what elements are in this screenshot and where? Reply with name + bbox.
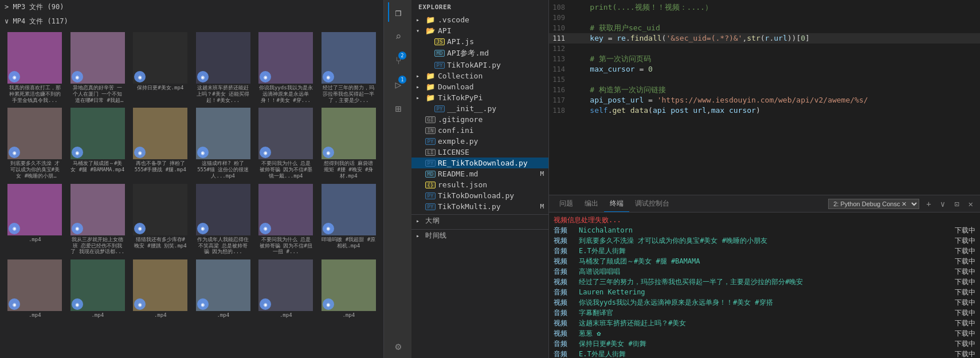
file-type-icon: ◉ — [260, 223, 271, 234]
code-line: 111 key = re.findall('&sec_uid=(.*?)&',s… — [549, 33, 980, 44]
explorer-item-download[interactable]: ▸📁Download — [411, 81, 548, 92]
list-item[interactable]: ◉想得到我的话 麻袋谱规矩 #腰 #晚安 #身材.mp4 — [319, 107, 379, 180]
file-thumbnail: ◉ — [70, 108, 125, 159]
explorer-item-license[interactable]: LILICENSE — [411, 147, 548, 158]
file-group-mp4[interactable]: ∨ MP4 文件 (117) — [0, 14, 383, 29]
file-label: .mp4 — [280, 312, 292, 318]
terminal-area: 问题编出终端调试控制台2: Python Debug Consc ✕+∨⊡✕ 视… — [549, 195, 980, 358]
list-item[interactable]: ◉再也不备孕了 摔粉了555#手腰战 #腿.mp4 — [130, 107, 191, 180]
list-item[interactable]: ◉这趟末班车挤挤还能赶上吗？#美女 还能买得起！#美女... — [193, 31, 254, 104]
explorer-item-tiktokpypi[interactable]: ▸📁TikTokPyPi — [411, 92, 548, 103]
file-type-icon: 📁 — [425, 93, 436, 102]
terminal-status: 下载中 — [955, 308, 975, 318]
terminal-item-name: E.T外星人街舞 — [579, 246, 950, 256]
terminal-ctrl-2[interactable]: ⊡ — [952, 199, 961, 208]
chevron-icon: ▸ — [416, 84, 425, 90]
explorer-item-exmple-py[interactable]: PYexmple.py — [411, 136, 548, 147]
explorer-item-name: TikTokPyPi — [438, 93, 548, 102]
terminal-status: 下载中 — [955, 256, 975, 266]
explorer-section-daxue[interactable]: ▸大纲 — [411, 214, 548, 227]
line-number: 114 — [549, 64, 572, 74]
file-type-icon: ◉ — [72, 71, 83, 82]
list-item[interactable]: ◉你说我yyds我以为是永远滴神原来是永远单身！！#美女 #穿... — [256, 31, 316, 104]
list-item[interactable]: ◉.mp4 — [5, 258, 65, 320]
list-item[interactable]: ◉.mp4 — [193, 258, 254, 320]
list-item[interactable]: ◉经过了三年的努力，玛莎拉蒂我也买得起一半了，主要是少... — [319, 31, 379, 104]
terminal-line: 音频字幕翻译官下载中 — [554, 308, 975, 318]
explorer-item-name: API.js — [447, 37, 548, 46]
extensions-icon[interactable]: ⊞ — [388, 99, 407, 118]
explorer-item-api[interactable]: ▾📂API — [411, 25, 548, 36]
debug-icon[interactable]: ▷1 — [388, 74, 407, 94]
explorer-item-api-ref[interactable]: MDAPI参考.md — [411, 47, 548, 60]
list-item[interactable]: ◉异地恋真的好辛苦 一个人在厦门 一个不知道在哪#日常 #我超甜.mp4 — [68, 31, 128, 104]
section-label: 时间线 — [425, 231, 447, 241]
explorer-item-api-js[interactable]: JSAPI.js — [411, 36, 548, 47]
explorer-header: EXPLORER — [411, 0, 548, 14]
list-item[interactable]: ◉.mp4 — [319, 258, 379, 320]
terminal-tab-terminal[interactable]: 终端 — [604, 195, 629, 212]
explorer-item-vscode[interactable]: ▸📁.vscode — [411, 14, 548, 25]
list-item[interactable]: ◉.mp4 — [130, 258, 191, 320]
list-item[interactable]: ◉我从三岁就开始上女德班 恋爱已经伤不到我了 我现在说梦话都... — [68, 183, 128, 256]
explorer-item-gitignore[interactable]: GI.gitignore — [411, 114, 548, 125]
file-thumbnail: ◉ — [70, 32, 125, 84]
explorer-item-re-tiktok[interactable]: PYRE_TikTokDownload.py — [411, 158, 548, 168]
list-item[interactable]: ◉猜猜我还有多少库存#晚安 #腰跳 别笑.mp4 — [130, 183, 191, 256]
file-thumbnail: ◉ — [196, 259, 250, 311]
chevron-icon: ▸ — [416, 233, 425, 239]
explorer-item-name: API参考.md — [447, 48, 548, 58]
list-item[interactable]: ◉到底要多久不洗澡 才可以成为你的臭宝#美女 #晚睡的小朋友.mp4 — [5, 107, 65, 180]
terminal-item-name: 保持日更#美女 #街舞 — [579, 339, 950, 349]
explorer-item-tiktokdownload-py[interactable]: PYTikTokDownload.py — [411, 190, 548, 201]
explorer-section-timeline[interactable]: ▸时间线 — [411, 229, 548, 242]
terminal-tab-problems[interactable]: 问题 — [554, 195, 579, 212]
terminal-item-name: 到底要多久不洗澡 才可以成为你的臭宝#美女 #晚睡的小朋友 — [579, 235, 950, 246]
terminal-ctrl-3[interactable]: ✕ — [966, 199, 975, 208]
list-item[interactable]: ◉马桶发了颠成团～#美女 #腿 #BAMAMA.mp4 — [68, 107, 128, 180]
explorer-item-collection[interactable]: ▸📁Collection — [411, 70, 548, 81]
list-item[interactable]: ◉我真的很喜欢打工，那种累死累活也赚不到的手里金钱真令我... — [5, 31, 65, 104]
list-item[interactable]: ◉.mp4 — [68, 258, 128, 320]
file-type-icon: ◉ — [323, 147, 334, 158]
file-type-icon: ◉ — [134, 298, 146, 310]
list-item[interactable]: ◉不要问我为什么 总是被帅哥骗 因为不信#墨镜一戴...mp4 — [256, 107, 316, 180]
terminal-session-select[interactable]: 2: Python Debug Consc ✕ — [828, 199, 919, 209]
terminal-ctrl-1[interactable]: ∨ — [938, 199, 947, 208]
list-item[interactable]: ◉保持日更#美女.mp4 — [130, 31, 191, 104]
explorer-icon[interactable]: ❐ — [388, 2, 407, 22]
settings-icon[interactable]: ⚙ — [388, 336, 407, 356]
terminal-line: 视频马桶发了颠成团～#美女 #腿 #BAMAMA下载中 — [554, 256, 975, 266]
explorer-item-name: LICENSE — [438, 148, 548, 156]
list-item[interactable]: ◉.mp4 — [256, 258, 316, 320]
file-type-icon: GI — [425, 116, 436, 123]
file-thumbnail: ◉ — [196, 108, 250, 159]
list-item[interactable]: ◉作为成年人我能忍得住不笑高梁 总是被帅哥骗 因为想的... — [193, 183, 254, 256]
explorer-item-tiktokmulti-py[interactable]: PYTikTokMulti.pyM — [411, 201, 548, 212]
terminal-line: 视频葱葱 ✿下载中 — [554, 328, 975, 339]
file-label: 经过了三年的努力，玛莎拉蒂我也买得起一半了，主要是少... — [322, 85, 376, 103]
explorer-item-readme[interactable]: MDREADME.mdM — [411, 168, 548, 179]
terminal-ctrl-0[interactable]: + — [924, 199, 933, 208]
list-item[interactable]: ◉不要问我为什么 总是被帅哥骗 因为不信#扭一扭 #... — [256, 183, 316, 256]
line-content: # 第一次访问页码 — [572, 54, 980, 64]
list-item[interactable]: ◉这猫成咋样? 粉了555#猫 这份公的很迷人...mp4 — [193, 107, 254, 180]
terminal-tab-output[interactable]: 编出 — [579, 195, 604, 212]
terminal-tab-debug[interactable]: 调试控制台 — [629, 195, 675, 212]
terminal-media-type: 音频 — [554, 246, 574, 256]
list-item[interactable]: ◉咩喵吗嗷 #我超甜 #原相机.mp4 — [319, 183, 379, 256]
explorer-item-name: __init__.py — [447, 104, 548, 113]
explorer-item-result-json[interactable]: {}result.json — [411, 179, 548, 190]
file-type-icon: ◉ — [134, 71, 146, 82]
terminal-status: 下载中 — [955, 287, 975, 297]
list-item[interactable]: ◉.mp4 — [5, 183, 65, 256]
explorer-panel: EXPLORER ▸📁.vscode▾📂API JSAPI.js MDAPI参考… — [411, 0, 549, 358]
notification-badge: 2 — [398, 52, 406, 60]
search-icon[interactable]: ⌕ — [388, 26, 407, 46]
explorer-item-tiktokapi-py[interactable]: PYTikTokAPI.py — [411, 60, 548, 70]
source-control-icon[interactable]: ⑂2 — [388, 50, 407, 70]
explorer-item-conf-ini[interactable]: INconf.ini — [411, 125, 548, 136]
file-group-mp3[interactable]: > MP3 文件 (90) — [0, 0, 383, 14]
explorer-item-init-py[interactable]: PY__init__.py — [411, 103, 548, 114]
line-number: 116 — [549, 85, 572, 95]
